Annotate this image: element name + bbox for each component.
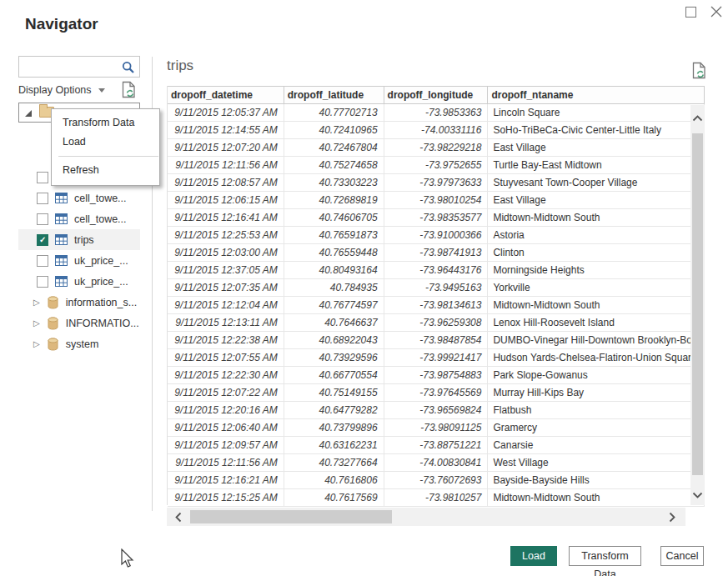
table-cell: Hudson Yards-Chelsea-Flatiron-Union Squa…	[488, 349, 705, 367]
table-cell: 9/11/2015 12:14:55 AM	[168, 122, 284, 139]
database-icon	[48, 338, 58, 351]
table-cell: Turtle Bay-East Midtown	[488, 157, 705, 174]
table-cell: 9/11/2015 12:03:00 AM	[168, 244, 284, 262]
table-row: 9/11/2015 12:07:20 AM40.72467804-73.9822…	[168, 139, 705, 157]
menu-separator	[58, 156, 158, 157]
scroll-up-icon[interactable]	[692, 115, 703, 122]
table-cell: 40.76774597	[284, 297, 384, 314]
table-cell: -73.98353577	[384, 209, 489, 227]
expanded-arrow-icon	[25, 110, 32, 117]
tree-item-label: uk_price_...	[74, 255, 128, 267]
table-cell: 40.76559448	[284, 244, 384, 262]
table-row: 9/11/2015 12:05:37 AM40.77702713-73.9853…	[168, 104, 705, 122]
checkbox[interactable]	[37, 213, 48, 225]
tree-item-cell-towe[interactable]: cell_towe...	[18, 188, 140, 208]
table-cell: -73.97645569	[384, 384, 489, 402]
vertical-scrollbar[interactable]	[690, 105, 705, 505]
table-cell: -73.98741913	[384, 244, 489, 262]
tree-item-uk-price[interactable]: uk_price_...	[18, 250, 140, 271]
table-cell: 9/11/2015 12:07:55 AM	[168, 349, 284, 367]
table-row: 9/11/2015 12:37:05 AM40.80493164-73.9644…	[168, 262, 705, 279]
table-cell: 9/11/2015 12:16:41 AM	[168, 209, 284, 227]
search-box	[18, 56, 140, 78]
table-row: 9/11/2015 12:15:25 AM40.7617569-73.98102…	[168, 489, 705, 507]
table-cell: 9/11/2015 12:15:25 AM	[168, 489, 284, 507]
table-row: 9/11/2015 12:22:38 AM40.68922043-73.9848…	[168, 332, 705, 349]
checkbox[interactable]	[37, 234, 48, 246]
display-options-label: Display Options	[18, 84, 92, 96]
scroll-right-icon[interactable]	[669, 512, 675, 523]
scroll-left-icon[interactable]	[175, 512, 182, 523]
cancel-button[interactable]: Cancel	[660, 546, 704, 566]
table-row: 9/11/2015 12:22:30 AM40.66770554-73.9875…	[168, 367, 705, 384]
vertical-scrollbar-thumb[interactable]	[692, 133, 703, 475]
table-cell: 40.7617569	[284, 489, 384, 507]
table-icon	[55, 234, 68, 245]
table-cell: -74.00331116	[384, 122, 489, 139]
table-cell: Astoria	[488, 227, 705, 244]
table-cell: 9/11/2015 12:25:53 AM	[168, 227, 284, 244]
maximize-button[interactable]	[685, 7, 696, 18]
load-button[interactable]: Load	[510, 546, 557, 566]
chevron-down-icon	[98, 88, 105, 93]
table-row: 9/11/2015 12:12:04 AM40.76774597-73.9813…	[168, 297, 705, 314]
search-input[interactable]	[23, 58, 119, 75]
table-cell: -73.9853363	[384, 104, 489, 122]
table-cell: -73.98229218	[384, 139, 489, 157]
expand-arrow-icon[interactable]: ▷	[33, 339, 40, 348]
expand-arrow-icon[interactable]: ▷	[33, 318, 40, 328]
table-row: 9/11/2015 12:16:41 AM40.74606705-73.9835…	[168, 209, 705, 227]
column-header-dropoff_datetime: dropoff_datetime	[168, 87, 284, 103]
table-cell: 9/11/2015 12:16:21 AM	[168, 472, 284, 489]
column-header-dropoff_longitude: dropoff_longitude	[384, 87, 489, 103]
table-cell: -73.98754883	[384, 367, 489, 384]
refresh-preview-icon[interactable]	[122, 81, 136, 102]
table-cell: Bayside-Bayside Hills	[488, 472, 705, 489]
display-options-dropdown[interactable]: Display Options	[18, 84, 105, 96]
close-button[interactable]	[710, 5, 723, 18]
table-cell: 9/11/2015 12:11:56 AM	[168, 454, 284, 472]
horizontal-scrollbar-thumb[interactable]	[190, 510, 392, 523]
menu-item-transform-data[interactable]: Transform Data	[52, 113, 159, 133]
table-cell: -73.98091125	[384, 419, 489, 437]
transform-data-button[interactable]: Transform Data	[569, 546, 641, 566]
table-cell: -73.98487854	[384, 332, 489, 349]
table-cell: 9/11/2015 12:08:57 AM	[168, 174, 284, 192]
table-cell: 40.73277664	[284, 454, 384, 472]
tree-item-trips[interactable]: trips	[18, 229, 140, 250]
table-icon	[55, 193, 68, 203]
table-cell: East Village	[488, 139, 705, 157]
expand-arrow-icon[interactable]: ▷	[33, 298, 40, 307]
refresh-preview-icon[interactable]	[692, 62, 706, 83]
tree-item-information-s[interactable]: ▷information_s...	[18, 292, 140, 313]
table-cell: -73.96443176	[384, 262, 489, 279]
tree-item-INFORMATIO[interactable]: ▷INFORMATIO...	[18, 313, 140, 333]
close-icon	[710, 5, 723, 18]
tree-item-uk-price[interactable]: uk_price_...	[18, 271, 140, 292]
table-cell: -73.9810257	[384, 489, 489, 507]
menu-item-refresh[interactable]: Refresh	[52, 161, 159, 180]
table-cell: 40.73303223	[284, 174, 384, 192]
table-cell: Canarsie	[488, 437, 705, 454]
tree-item-system[interactable]: ▷system	[18, 333, 140, 354]
checkbox[interactable]	[37, 193, 48, 204]
preview-title: trips	[167, 58, 193, 74]
preview-table-header: dropoff_datetimedropoff_latitudedropoff_…	[168, 86, 705, 104]
table-cell: Murray Hill-Kips Bay	[488, 384, 705, 402]
table-cell: 40.7646637	[284, 314, 384, 332]
table-row: 9/11/2015 12:20:16 AM40.64779282-73.9656…	[168, 402, 705, 419]
table-icon	[55, 213, 68, 224]
checkbox[interactable]	[37, 172, 48, 183]
tree-item-label: system	[66, 338, 99, 350]
table-row: 9/11/2015 12:14:55 AM40.72410965-74.0033…	[168, 122, 705, 139]
checkbox[interactable]	[37, 255, 48, 267]
checkbox[interactable]	[37, 276, 48, 288]
tree-item-cell-towe[interactable]: cell_towe...	[18, 208, 140, 229]
database-icon	[48, 296, 58, 309]
horizontal-scrollbar[interactable]	[167, 508, 685, 526]
search-icon[interactable]	[122, 61, 135, 74]
table-cell: 40.72410965	[284, 122, 384, 139]
menu-item-load[interactable]: Load	[52, 133, 159, 152]
table-cell: 40.76591873	[284, 227, 384, 244]
scroll-down-icon[interactable]	[692, 492, 703, 498]
